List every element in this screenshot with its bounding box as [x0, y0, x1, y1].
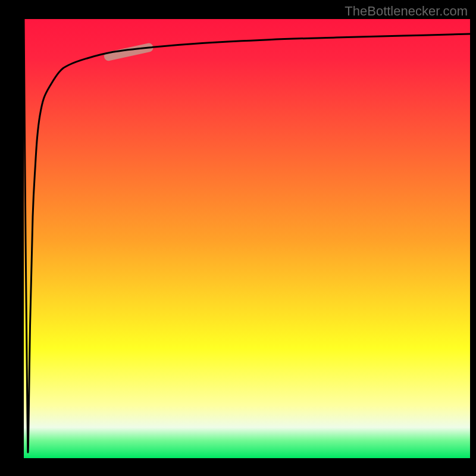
gradient-background	[24, 19, 470, 458]
svg-rect-0	[24, 19, 470, 458]
plot-area	[24, 19, 470, 458]
watermark-text: TheBottlenecker.com	[345, 4, 468, 19]
